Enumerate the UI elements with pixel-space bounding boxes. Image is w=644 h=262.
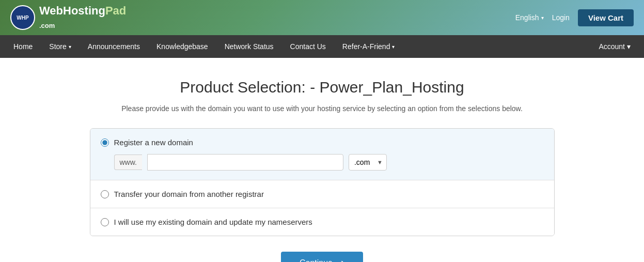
account-arrow-icon: ▾ (627, 42, 631, 51)
continue-button[interactable]: Continue ➔ (281, 252, 363, 262)
main-content: Product Selection: - Power_Plan_Hosting … (38, 58, 606, 262)
domain-name-input[interactable] (147, 154, 343, 171)
option-transfer-label[interactable]: Transfer your domain from another regist… (101, 190, 544, 198)
top-right-controls: English ▾ Login View Cart (515, 9, 634, 26)
language-selector[interactable]: English ▾ (515, 13, 544, 22)
option-register-new-radio[interactable] (101, 138, 109, 147)
nav-item-store[interactable]: Store ▾ (41, 36, 79, 57)
www-prefix-label: www. (114, 155, 142, 170)
nav-item-contact-us[interactable]: Contact Us (282, 36, 334, 57)
option-register-new-label[interactable]: Register a new domain (101, 138, 544, 147)
option-existing-label[interactable]: I will use my existing domain and update… (101, 218, 544, 226)
top-bar: WHP WebHostingPad .com English ▾ Login V… (0, 0, 644, 35)
language-arrow-icon: ▾ (541, 15, 544, 21)
nav-bar: Home Store ▾ Announcements Knowledgebase… (0, 35, 644, 58)
page-title: Product Selection: - Power_Plan_Hosting (49, 79, 596, 96)
option-register-new: Register a new domain www. .com .net .or… (90, 129, 554, 180)
logo-text: WebHostingPad .com (39, 4, 126, 31)
language-label: English (515, 13, 539, 22)
nav-item-network-status[interactable]: Network Status (216, 36, 282, 57)
logo-area: WHP WebHostingPad .com (10, 4, 126, 31)
options-panel: Register a new domain www. .com .net .or… (90, 128, 555, 236)
nav-item-home[interactable]: Home (5, 36, 41, 57)
tld-select[interactable]: .com .net .org .info .biz .us .co.uk (349, 154, 387, 171)
refer-arrow-icon: ▾ (392, 44, 395, 50)
login-link[interactable]: Login (552, 13, 570, 22)
logo-icon: WHP (10, 5, 35, 30)
tld-wrapper: .com .net .org .info .biz .us .co.uk ▼ (349, 154, 387, 171)
domain-input-row: www. .com .net .org .info .biz .us .co.u… (101, 154, 544, 171)
option-existing: I will use my existing domain and update… (90, 208, 554, 236)
nav-item-announcements[interactable]: Announcements (80, 36, 148, 57)
store-arrow-icon: ▾ (69, 44, 71, 50)
page-subtitle: Please provide us with the domain you wa… (49, 104, 596, 113)
nav-item-account[interactable]: Account ▾ (590, 36, 639, 57)
option-transfer: Transfer your domain from another regist… (90, 180, 554, 208)
view-cart-button[interactable]: View Cart (578, 9, 634, 26)
nav-item-refer-a-friend[interactable]: Refer-A-Friend ▾ (334, 36, 403, 57)
option-transfer-radio[interactable] (101, 190, 109, 198)
option-existing-radio[interactable] (101, 218, 109, 226)
continue-wrapper: Continue ➔ (49, 252, 596, 262)
nav-item-knowledgebase[interactable]: Knowledgebase (148, 36, 216, 57)
continue-arrow-icon: ➔ (338, 258, 344, 262)
